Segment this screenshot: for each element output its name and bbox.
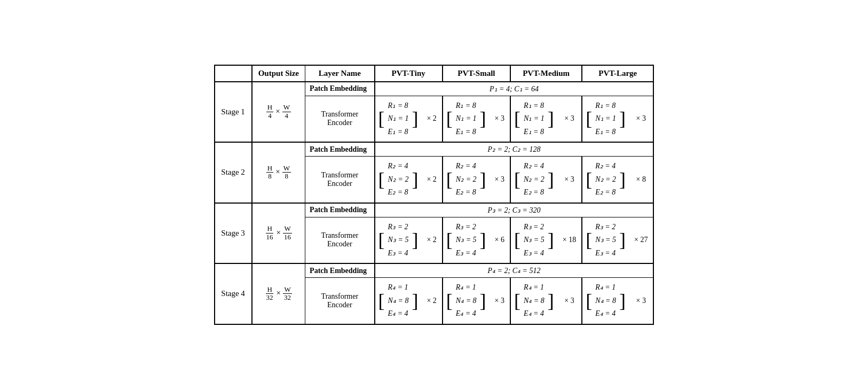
transformer-label-2: TransformerEncoder (305, 157, 375, 203)
header-pvt-medium: PVT-Medium (510, 65, 582, 82)
encoder-params-cell: [ R₂ = 4 N₂ = 2 E₂ = 8 ] (443, 157, 490, 203)
multiplier-cell: × 3 (490, 96, 510, 142)
encoder-params-cell: [ R₄ = 1 N₄ = 8 E₄ = 4 ] (375, 278, 422, 324)
pvt-architecture-table: Output Size Layer Name PVT-Tiny PVT-Smal… (214, 65, 654, 325)
multiplier-cell: × 6 (490, 217, 510, 263)
encoder-params-cell: [ R₃ = 2 N₃ = 5 E₃ = 4 ] (443, 217, 490, 263)
multiplier-cell: × 3 (490, 157, 510, 203)
patch-embed-label-1: Patch Embedding (305, 82, 375, 96)
multiplier-cell: × 3 (629, 96, 653, 142)
encoder-params-cell: [ R₃ = 2 N₃ = 5 E₃ = 4 ] (375, 217, 422, 263)
patch-embed-label-3: Patch Embedding (305, 203, 375, 217)
encoder-params-cell: [ R₂ = 4 N₂ = 2 E₂ = 8 ] (375, 157, 422, 203)
patch-params-3: P₃ = 2; C₃ = 320 (375, 203, 654, 217)
output-size-2-cell: H8×W8 (252, 142, 305, 203)
encoder-params-cell: [ R₃ = 2 N₃ = 5 E₃ = 4 ] (510, 217, 557, 263)
transformer-label-1: TransformerEncoder (305, 96, 375, 142)
patch-params-2: P₂ = 2; C₂ = 128 (375, 142, 654, 157)
stage-3-cell: Stage 3 (215, 203, 252, 264)
stage-2-cell: Stage 2 (215, 142, 252, 203)
multiplier-cell: × 3 (557, 157, 582, 203)
multiplier-cell: × 3 (557, 278, 582, 324)
encoder-params-cell: [ R₁ = 8 N₁ = 1 E₁ = 8 ] (375, 96, 422, 142)
multiplier-cell: × 18 (557, 217, 582, 263)
encoder-params-cell: [ R₂ = 4 N₂ = 2 E₂ = 8 ] (582, 157, 629, 203)
header-layer-name: Layer Name (305, 65, 375, 82)
patch-embedding-row: Stage 2H8×W8Patch EmbeddingP₂ = 2; C₂ = … (215, 142, 654, 157)
encoder-params-cell: [ R₁ = 8 N₁ = 1 E₁ = 8 ] (582, 96, 629, 142)
encoder-params-cell: [ R₄ = 1 N₄ = 8 E₄ = 4 ] (582, 278, 629, 324)
multiplier-cell: × 2 (421, 278, 442, 324)
stage-4-cell: Stage 4 (215, 263, 252, 324)
multiplier-cell: × 3 (629, 278, 653, 324)
header-pvt-tiny: PVT-Tiny (375, 65, 443, 82)
output-size-3-cell: H16×W16 (252, 203, 305, 264)
patch-params-1: P₁ = 4; C₁ = 64 (375, 82, 654, 96)
patch-embed-label-4: Patch Embedding (305, 263, 375, 278)
transformer-label-3: TransformerEncoder (305, 217, 375, 263)
output-size-1-cell: H4×W4 (252, 82, 305, 143)
patch-params-4: P₄ = 2; C₄ = 512 (375, 263, 654, 278)
encoder-params-cell: [ R₂ = 4 N₂ = 2 E₂ = 8 ] (510, 157, 557, 203)
multiplier-cell: × 27 (629, 217, 653, 263)
encoder-params-cell: [ R₄ = 1 N₄ = 8 E₄ = 4 ] (443, 278, 490, 324)
patch-embedding-row: Stage 4H32×W32Patch EmbeddingP₄ = 2; C₄ … (215, 263, 654, 278)
multiplier-cell: × 2 (421, 217, 442, 263)
header-pvt-large: PVT-Large (582, 65, 653, 82)
table-wrapper: Output Size Layer Name PVT-Tiny PVT-Smal… (203, 54, 665, 336)
multiplier-cell: × 2 (421, 96, 442, 142)
multiplier-cell: × 3 (557, 96, 582, 142)
patch-embed-label-2: Patch Embedding (305, 142, 375, 157)
multiplier-cell: × 8 (629, 157, 653, 203)
encoder-params-cell: [ R₃ = 2 N₃ = 5 E₃ = 4 ] (582, 217, 629, 263)
encoder-params-cell: [ R₁ = 8 N₁ = 1 E₁ = 8 ] (510, 96, 557, 142)
header-pvt-small: PVT-Small (443, 65, 510, 82)
encoder-params-cell: [ R₁ = 8 N₁ = 1 E₁ = 8 ] (443, 96, 490, 142)
header-empty (215, 65, 252, 82)
transformer-label-4: TransformerEncoder (305, 278, 375, 324)
output-size-4-cell: H32×W32 (252, 263, 305, 324)
multiplier-cell: × 3 (490, 278, 510, 324)
multiplier-cell: × 2 (421, 157, 442, 203)
patch-embedding-row: Stage 1H4×W4Patch EmbeddingP₁ = 4; C₁ = … (215, 82, 654, 96)
encoder-params-cell: [ R₄ = 1 N₄ = 8 E₄ = 4 ] (510, 278, 557, 324)
patch-embedding-row: Stage 3H16×W16Patch EmbeddingP₃ = 2; C₃ … (215, 203, 654, 217)
stage-1-cell: Stage 1 (215, 82, 252, 143)
header-output-size: Output Size (252, 65, 305, 82)
